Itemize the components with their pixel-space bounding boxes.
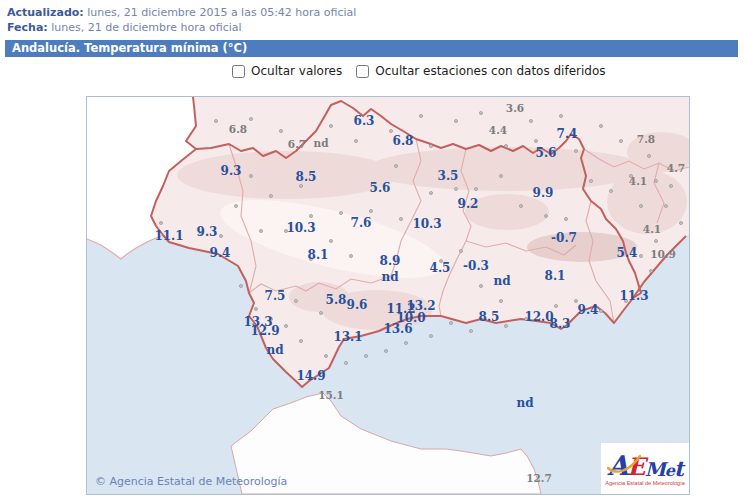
hide-deferred-stations-label: Ocultar estaciones con datos diferidos [375, 64, 605, 78]
station-value: 6.8 [393, 134, 414, 148]
logo-letter-e2: e [665, 463, 674, 479]
hide-values-checkbox[interactable] [232, 65, 245, 78]
station-value: 11.1 [154, 229, 183, 243]
station-value: 5.6 [370, 181, 391, 195]
station-value: 9.6 [347, 298, 368, 312]
updated-label: Actualizado: [7, 6, 84, 19]
station-value: 7.5 [265, 289, 286, 303]
station-value: 7.8 [637, 133, 655, 145]
station-value: 12.7 [526, 472, 552, 484]
station-value: 9.4 [578, 303, 599, 317]
station-value: 6.7 [288, 138, 306, 150]
station-value: nd [314, 137, 329, 149]
station-value: nd [381, 270, 398, 284]
station-value: 13.6 [383, 322, 412, 336]
aemet-page: Actualizado: lunes, 21 diciembre 2015 a … [0, 0, 744, 504]
station-value: 9.2 [458, 197, 479, 211]
station-value: 8.9 [380, 254, 401, 268]
updated-line: Actualizado: lunes, 21 diciembre 2015 a … [7, 5, 356, 20]
copyright-text: © Agencia Estatal de Meteorología [95, 475, 287, 488]
station-value: 7.4 [557, 127, 578, 141]
station-value: 9.4 [210, 246, 231, 260]
date-line: Fecha: lunes, 21 de diciembre hora ofici… [7, 20, 356, 35]
station-value: 4.4 [489, 124, 507, 136]
station-value: 9.3 [221, 164, 242, 178]
hide-deferred-stations-option[interactable]: Ocultar estaciones con datos diferidos [356, 64, 605, 78]
logo-swoosh-icon [607, 452, 641, 478]
station-labels: 6.86.7nd3.64.47.84.74.14.110.915.112.76.… [87, 97, 689, 494]
station-value: 12.9 [250, 324, 279, 338]
station-value: -0.7 [551, 231, 577, 245]
date-value: lunes, 21 de diciembre hora oficial [51, 21, 241, 34]
temperature-map: 6.86.7nd3.64.47.84.74.14.110.915.112.76.… [86, 96, 690, 495]
station-value: 5.6 [536, 146, 557, 160]
station-value: 10.3 [412, 217, 441, 231]
station-value: 10.9 [650, 248, 676, 260]
hide-values-label: Ocultar valores [251, 64, 342, 78]
station-value: 11.3 [619, 289, 648, 303]
station-value: 15.1 [318, 389, 344, 401]
station-value: nd [493, 274, 510, 288]
station-value: -0.3 [463, 259, 489, 273]
hide-values-option[interactable]: Ocultar valores [232, 64, 342, 78]
station-value: 3.5 [438, 169, 459, 183]
logo-letter-t: t [674, 458, 683, 479]
station-value: 9.3 [197, 225, 218, 239]
station-value: 8.1 [308, 248, 329, 262]
station-value: 4.5 [430, 261, 451, 275]
updated-value: lunes, 21 diciembre 2015 a las 05:42 hor… [87, 6, 356, 19]
station-value: 10.3 [286, 221, 315, 235]
hide-deferred-stations-checkbox[interactable] [356, 65, 369, 78]
station-value: 8.5 [479, 310, 500, 324]
station-value: 8.3 [550, 317, 571, 331]
station-value: 4.7 [667, 162, 685, 174]
date-label: Fecha: [7, 21, 48, 34]
station-value: 9.9 [533, 186, 554, 200]
station-value: 5.4 [617, 246, 638, 260]
station-value: 4.1 [629, 175, 647, 187]
station-value: 13.1 [333, 330, 362, 344]
aemet-logo-word: AEMet [607, 452, 682, 479]
logo-letter-m: M [645, 460, 665, 479]
station-value: 4.1 [643, 223, 661, 235]
station-value: 6.3 [354, 114, 375, 128]
update-header: Actualizado: lunes, 21 diciembre 2015 a … [7, 5, 356, 35]
station-value: 3.6 [506, 102, 524, 114]
station-value: 8.1 [545, 269, 566, 283]
station-value: 14.9 [296, 369, 325, 383]
map-controls: Ocultar valores Ocultar estaciones con d… [232, 64, 606, 78]
station-value: 7.6 [351, 216, 372, 230]
page-title: Andalucía. Temperatura mínima (°C) [5, 40, 738, 57]
station-value: nd [516, 396, 533, 410]
station-value: 5.8 [326, 293, 347, 307]
station-value: 8.5 [296, 170, 317, 184]
aemet-logo: AEMet Agencia Estatal de Meteorología [601, 443, 689, 494]
station-value: 6.8 [229, 123, 247, 135]
station-value: nd [266, 343, 283, 357]
